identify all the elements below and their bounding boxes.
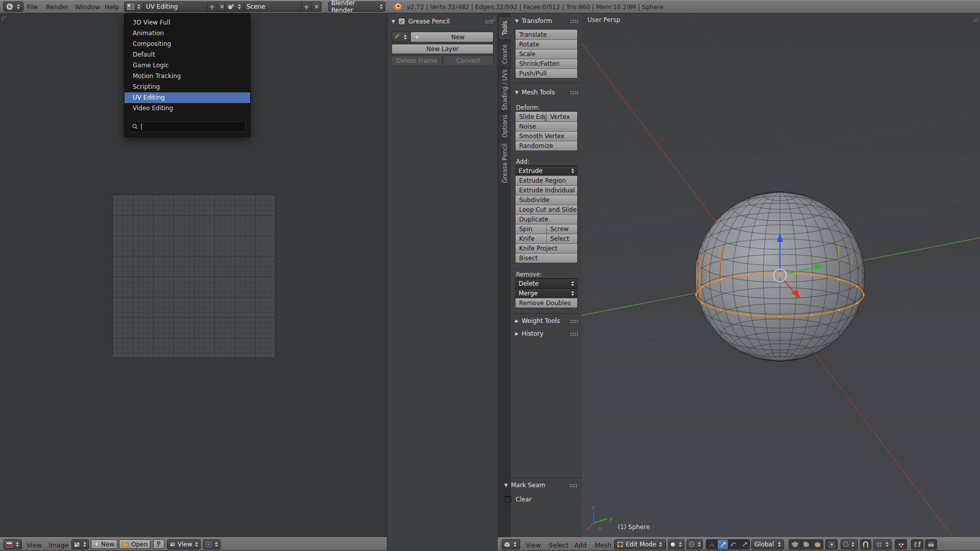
3d-viewport[interactable]: z y x User Persp (1) Sphere [582, 13, 980, 537]
delete-frame-button[interactable]: Delete Frame [391, 56, 442, 65]
translate-manipulator-button[interactable] [717, 540, 728, 549]
screen-layout-name-field[interactable]: UV Editing [143, 2, 207, 11]
menu-help[interactable]: Help [105, 3, 119, 11]
vertex-select-button[interactable] [789, 540, 800, 549]
proportional-edit-dropdown[interactable] [841, 539, 858, 549]
snap-target-button[interactable] [895, 539, 907, 549]
shrink-fatten-button[interactable]: Shrink/Fatten [516, 59, 577, 68]
panel-expand-icon[interactable]: ▼ [391, 19, 395, 24]
viewport-shading-dropdown[interactable] [668, 539, 684, 549]
menu-item-uv-editing[interactable]: UV Editing [125, 92, 250, 103]
new-layer-button[interactable]: New Layer [391, 44, 494, 54]
tab-create[interactable]: Create [498, 41, 511, 67]
panel-grip-dots[interactable] [570, 332, 578, 336]
image-browse-dropdown[interactable] [71, 539, 89, 549]
mesh-tools-panel-header[interactable]: ▼ Mesh Tools [515, 89, 578, 96]
translate-button[interactable]: Translate [516, 30, 577, 39]
noise-button[interactable]: Noise [516, 121, 577, 131]
slide-vertex-button[interactable]: Vertex [546, 112, 577, 121]
bisect-button[interactable]: Bisect [516, 253, 577, 263]
tab-grease-pencil[interactable]: Grease Pencil [498, 141, 511, 186]
merge-dropdown[interactable]: Merge [516, 288, 577, 298]
remove-doubles-button[interactable]: Remove Doubles [516, 298, 577, 308]
screw-button[interactable]: Screw [546, 224, 577, 234]
menu-item-3d-view-full[interactable]: 3D View Full [125, 17, 250, 28]
extrude-individual-button[interactable]: Extrude Individual [516, 185, 577, 195]
mark-seam-panel-header[interactable]: ▼ Mark Seam [504, 482, 577, 489]
weight-tools-panel-header[interactable]: ▶ Weight Tools [515, 317, 578, 324]
opengl-render-anim-button[interactable] [925, 539, 937, 549]
pin-button[interactable] [153, 539, 164, 549]
menu-item-default[interactable]: Default [125, 49, 250, 60]
smooth-vertex-button[interactable]: Smooth Vertex [516, 131, 577, 141]
menu-window[interactable]: Window [75, 3, 100, 11]
scale-button[interactable]: Scale [516, 49, 577, 59]
extrude-region-button[interactable]: Extrude Region [516, 176, 577, 185]
menu-render[interactable]: Render [46, 3, 69, 11]
menu-item-animation[interactable]: Animation [125, 28, 250, 39]
snap-element-dropdown[interactable] [873, 539, 892, 549]
knife-project-button[interactable]: Knife Project [516, 243, 577, 253]
panel-expand-icon[interactable]: ▼ [504, 483, 508, 488]
tab-options[interactable]: Options [498, 113, 511, 139]
pivot-center-dropdown[interactable] [687, 539, 703, 549]
editor-type-image-button[interactable] [4, 539, 22, 549]
layout-search-field[interactable] [129, 121, 246, 132]
menu-item-compositing[interactable]: Compositing [125, 39, 250, 49]
grease-pencil-new-button[interactable]: + New [410, 32, 494, 42]
screen-layout-browse-button[interactable] [125, 2, 143, 11]
editor-type-3dview-button[interactable] [502, 539, 520, 549]
uv-canvas-grid[interactable] [112, 194, 275, 358]
rotate-button[interactable]: Rotate [516, 39, 577, 49]
v3d-menu-mesh[interactable]: Mesh [595, 541, 611, 549]
panel-expand-icon[interactable]: ▼ [515, 90, 519, 95]
uv-view-mode-dropdown[interactable]: View [167, 539, 201, 549]
render-engine-dropdown[interactable]: Blender Render [328, 2, 385, 12]
delete-dropdown[interactable]: Delete [516, 279, 577, 288]
panel-grip-dots[interactable] [570, 19, 578, 23]
rotate-manipulator-button[interactable] [728, 540, 739, 549]
clear-checkbox[interactable] [504, 496, 511, 503]
menu-item-game-logic[interactable]: Game Logic [125, 60, 250, 71]
mode-dropdown[interactable]: Edit Mode [614, 539, 666, 549]
edge-select-button[interactable] [800, 540, 812, 549]
v3d-menu-select[interactable]: Select [549, 541, 569, 549]
subdivide-button[interactable]: Subdivide [516, 195, 577, 205]
panel-expand-icon[interactable]: ▶ [515, 331, 519, 336]
spin-button[interactable]: Spin [516, 224, 546, 234]
panel-expand-icon[interactable]: ▶ [515, 318, 519, 323]
grease-pencil-panel-header[interactable]: ▼ ✓ Grease Pencil [391, 18, 493, 25]
v3d-menu-add[interactable]: Add [574, 541, 586, 549]
transform-orientation-dropdown[interactable]: Global [751, 539, 784, 549]
grease-pencil-checkbox[interactable]: ✓ [398, 18, 405, 25]
transform-panel-header[interactable]: ▼ Transform [515, 17, 578, 24]
knife-button[interactable]: Knife [516, 234, 546, 243]
menu-file[interactable]: File [27, 3, 38, 11]
limit-selection-visible-button[interactable] [825, 539, 838, 549]
slide-edge-button[interactable]: Slide Edg [516, 112, 546, 121]
editor-type-info-button[interactable] [3, 2, 23, 12]
duplicate-button[interactable]: Duplicate [516, 214, 577, 224]
knife-select-button[interactable]: Select [546, 234, 577, 243]
menu-item-video-editing[interactable]: Video Editing [125, 103, 250, 114]
manipulator-toggle-button[interactable] [706, 540, 717, 549]
grease-pencil-data-selector[interactable] [391, 32, 409, 42]
menu-item-scripting[interactable]: Scripting [125, 82, 250, 92]
uv-menu-image[interactable]: Image [48, 541, 68, 549]
opengl-render-button[interactable] [911, 539, 923, 549]
scene-name-field[interactable]: Scene [244, 2, 301, 11]
scene-browse-button[interactable] [225, 2, 243, 11]
snap-toggle-button[interactable] [860, 539, 871, 549]
history-panel-header[interactable]: ▶ History [515, 330, 578, 337]
menu-item-motion-tracking[interactable]: Motion Tracking [125, 71, 250, 82]
v3d-menu-view[interactable]: View [526, 541, 541, 549]
panel-grip-dots[interactable] [570, 319, 578, 323]
3d-viewport-canvas[interactable]: z y x [582, 13, 980, 537]
panel-expand-icon[interactable]: ▼ [515, 18, 519, 23]
extrude-dropdown[interactable]: Extrude [516, 166, 577, 176]
area-corner-grip[interactable] [972, 15, 979, 22]
tab-shading-uvs[interactable]: Shading / UVs [498, 68, 511, 111]
close-scene-button[interactable]: × [312, 2, 321, 11]
add-layout-button[interactable]: + [207, 2, 217, 11]
push-pull-button[interactable]: Push/Pull [516, 68, 577, 78]
